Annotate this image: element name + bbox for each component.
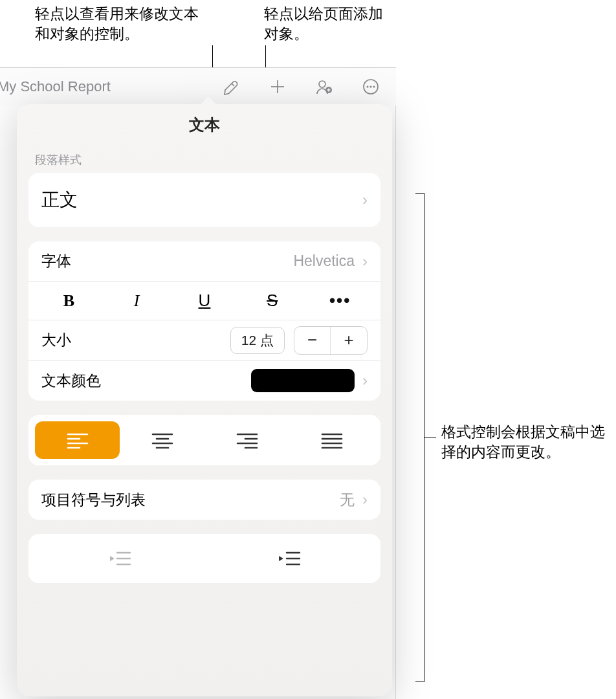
size-increase-button[interactable]: + <box>331 327 367 354</box>
add-object-icon[interactable] <box>268 77 287 96</box>
bullets-label: 项目符号与列表 <box>41 490 146 510</box>
align-justify-button[interactable] <box>289 421 374 459</box>
more-text-options-button[interactable]: ••• <box>306 282 374 320</box>
svg-point-9 <box>373 85 375 87</box>
app-window: My School Report 文本 段落样式 正文 <box>0 67 396 699</box>
callout-add-object: 轻点以给页面添加对象。 <box>264 4 393 44</box>
align-right-button[interactable] <box>204 421 289 459</box>
bullets-card: 项目符号与列表 无 › <box>28 480 380 520</box>
indent-card <box>28 534 380 583</box>
font-label: 字体 <box>41 251 71 271</box>
paragraph-style-value: 正文 <box>41 188 78 212</box>
font-card: 字体 Helvetica › B I U S ••• 大小 12 点 − + <box>28 241 380 401</box>
alignment-row <box>28 415 380 465</box>
text-color-label: 文本颜色 <box>41 371 101 391</box>
text-color-swatch[interactable] <box>251 369 355 392</box>
chevron-right-icon: › <box>362 372 368 390</box>
size-value-pill[interactable]: 12 点 <box>230 327 285 354</box>
svg-point-8 <box>369 85 371 87</box>
paragraph-style-section-label: 段落样式 <box>17 152 392 173</box>
svg-point-2 <box>319 81 325 87</box>
callout-format-controls: 轻点以查看用来修改文本和对象的控制。 <box>35 4 203 44</box>
chevron-right-icon: › <box>362 191 368 209</box>
alignment-card <box>28 415 380 465</box>
bullets-value: 无 <box>340 490 355 510</box>
font-style-row: B I U S ••• <box>28 282 380 320</box>
document-title[interactable]: My School Report <box>0 78 111 95</box>
font-value: Helvetica <box>293 252 355 270</box>
bullets-row[interactable]: 项目符号与列表 无 › <box>28 480 380 520</box>
svg-point-7 <box>366 85 368 87</box>
callout-format-changes: 格式控制会根据文稿中选择的内容而更改。 <box>441 422 616 462</box>
chevron-right-icon: › <box>362 491 368 509</box>
size-decrease-button[interactable]: − <box>294 327 331 354</box>
collaborate-icon[interactable] <box>314 77 334 96</box>
indent-button[interactable] <box>204 540 374 577</box>
callout-bracket-stem <box>424 438 436 438</box>
chevron-right-icon: › <box>362 252 368 271</box>
more-icon[interactable] <box>361 77 380 96</box>
indent-row <box>28 534 380 583</box>
paragraph-style-card: 正文 › <box>28 173 380 227</box>
bold-button[interactable]: B <box>35 282 103 320</box>
size-row: 大小 12 点 − + <box>28 320 380 361</box>
align-center-button[interactable] <box>120 421 204 459</box>
align-left-button[interactable] <box>35 421 120 459</box>
popover-arrow <box>198 96 219 107</box>
text-color-row[interactable]: 文本颜色 › <box>28 361 380 401</box>
callout-bracket <box>415 193 424 682</box>
size-stepper: − + <box>294 326 368 355</box>
paragraph-style-row[interactable]: 正文 › <box>28 173 380 227</box>
format-popover: 文本 段落样式 正文 › 字体 Helvetica › B I U S <box>17 104 392 696</box>
outdent-button[interactable] <box>35 540 204 577</box>
popover-title: 文本 <box>17 115 392 135</box>
italic-button[interactable]: I <box>103 282 171 320</box>
font-row[interactable]: 字体 Helvetica › <box>28 241 380 282</box>
strikethrough-button[interactable]: S <box>238 282 306 320</box>
svg-marker-33 <box>279 556 283 561</box>
svg-marker-29 <box>110 556 115 561</box>
format-brush-icon[interactable] <box>221 77 241 96</box>
underline-button[interactable]: U <box>171 282 239 320</box>
size-label: 大小 <box>41 330 71 350</box>
